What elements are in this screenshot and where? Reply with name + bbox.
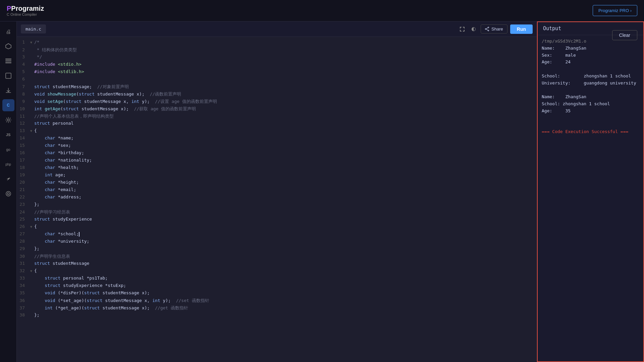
sidebar-icon-structure[interactable] [2,40,14,52]
code-line-35: 35 void (*disPer)(struct studentMessage … [17,290,537,298]
navbar-left: PProgramiz C Online Compiler [7,5,44,16]
code-line-1: 1 ▼ /* [17,40,537,47]
pro-button[interactable]: Programiz PRO › [593,5,637,16]
file-tab[interactable]: main.c [21,24,46,34]
logo-subtitle: C Online Compiler [7,12,44,16]
code-line-18: 18 char *health; [17,165,537,172]
code-line-23: 23 }; [17,202,537,209]
code-line-24: 24 //声明学习经历表 [17,209,537,217]
code-line-34: 34 struct studyExperience *stuExp; [17,283,537,290]
code-line-30: 30 //声明学生信息表 [17,253,537,261]
output-panel: Output /tmp/xGSd3Vc2M1.o Name: ZhangSan … [537,21,644,362]
code-line-26: 26 ▼ { [17,224,537,231]
code-line-12: 12 struct personal [17,121,537,128]
code-line-13: 13 ▼ { [17,128,537,135]
svg-point-7 [7,193,9,195]
code-line-15: 15 char *sex; [17,143,537,150]
code-line-28: 28 char *university; [17,239,537,246]
code-line-32: 32 ▼ { [17,268,537,276]
code-line-21: 21 char *email; [17,187,537,194]
code-line-7: 7 struct studentMessage; //对象前置声明 [17,84,537,91]
code-line-19: 19 int age; [17,172,537,180]
sidebar-icon-go[interactable]: go [2,143,14,156]
code-line-6: 6 [17,76,537,84]
code-line-33: 33 struct personal *ps1Tab; [17,276,537,283]
sidebar-icon-list[interactable] [2,55,14,67]
svg-point-5 [7,119,9,121]
theme-button[interactable] [469,25,478,34]
logo-name: PProgramiz [7,5,44,12]
code-line-29: 29 }; [17,246,537,253]
code-line-8: 8 void showMessage(struct studentMessage… [17,91,537,99]
code-line-22: 22 char *address; [17,194,537,202]
output-content[interactable]: /tmp/xGSd3Vc2M1.o Name: ZhangSan Sex: ma… [538,35,643,361]
sidebar-icon-community[interactable] [2,188,14,200]
logo-text: PProgramiz C Online Compiler [7,5,44,16]
sidebar-icon-php[interactable]: php [2,158,14,170]
sidebar-icon-js[interactable]: JS [2,129,14,141]
sidebar-icon-settings[interactable] [2,114,14,126]
logo-p: P [7,5,11,12]
svg-rect-4 [6,73,11,78]
sidebar-icon-c[interactable]: C [2,99,14,111]
run-button[interactable]: Run [510,24,533,34]
svg-point-10 [485,28,486,29]
svg-rect-1 [5,59,11,60]
code-line-25: 25 struct studyExperience [17,217,537,224]
sidebar-icon-download[interactable] [2,84,14,97]
code-editor[interactable]: 1 ▼ /* 2 * 结构体的仿类类型 3 */ 4 #include <std… [17,37,537,362]
code-line-5: 5 #include <stdlib.h> [17,69,537,76]
sidebar: 🖨 C JS go php [0,21,17,362]
code-line-38: 38 }; [17,312,537,320]
svg-point-6 [6,191,11,196]
code-line-31: 31 struct studentMessage [17,261,537,268]
svg-rect-3 [5,62,11,63]
code-line-9: 9 void setAge(struct studentMessage x, i… [17,99,537,106]
svg-line-12 [486,29,488,30]
share-button[interactable]: Share [481,24,507,34]
code-line-11: 11 //声明个人基本信息表，即声明结构类型 [17,113,537,121]
code-line-2: 2 * 结构体的仿类类型 [17,47,537,54]
top-right-area: Clear [612,30,637,40]
navbar: PProgramiz C Online Compiler Programiz P… [0,0,644,21]
sidebar-icon-print[interactable]: 🖨 [2,25,14,38]
editor-toolbar: main.c Share Run [17,21,537,37]
output-path: /tmp/xGSd3Vc2M1.o [542,39,586,44]
editor-area: main.c Share Run 1 ▼ /* 2 [17,21,537,362]
sidebar-icon-swift[interactable] [2,173,14,185]
code-line-37: 37 int (*get_age)(struct studentMessage … [17,305,537,312]
code-line-4: 4 #include <stdio.h> [17,62,537,69]
svg-rect-2 [5,61,11,62]
code-line-17: 17 char *nationality; [17,158,537,165]
code-line-20: 20 char *height; [17,180,537,187]
output-success: === Code Execution Successful === [542,129,628,134]
sidebar-icon-box[interactable] [2,70,14,82]
clear-button[interactable]: Clear [612,30,637,40]
expand-button[interactable] [458,25,467,34]
code-line-36: 36 void (*set_age)(struct studentMessage… [17,298,537,305]
code-line-3: 3 */ [17,54,537,62]
svg-line-11 [486,28,488,29]
output-box: Output /tmp/xGSd3Vc2M1.o Name: ZhangSan … [537,21,644,362]
code-line-16: 16 char *birthday; [17,150,537,158]
code-line-27: 27 char *school; [17,231,537,239]
logo: PProgramiz C Online Compiler [7,5,44,16]
share-label: Share [491,26,503,32]
code-line-10: 10 int getAge(struct studentMessage x); … [17,106,537,113]
main-layout: 🖨 C JS go php main.c [0,21,644,362]
code-line-14: 14 char *name; [17,135,537,143]
svg-marker-0 [6,44,11,49]
